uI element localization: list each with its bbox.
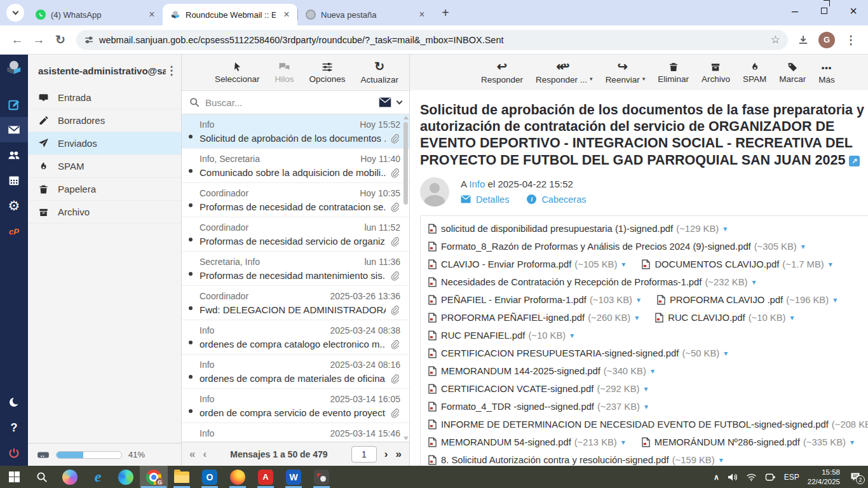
window-close-button[interactable] — [839, 0, 868, 22]
tab-roundcube[interactable]: Roundcube Webmail :: Enviados — [163, 4, 297, 25]
settings-gear-icon[interactable]: ⚙ — [0, 193, 28, 219]
attachment-menu-caret-icon[interactable] — [621, 438, 625, 447]
folder-item[interactable]: Entrada — [28, 86, 181, 109]
scroll-down-arrow[interactable] — [403, 437, 409, 440]
message-row[interactable]: Coordinador lun 11:52 Proformas de neces… — [182, 217, 409, 252]
headers-link[interactable]: Cabeceras — [541, 194, 586, 205]
search-scope-envelope-icon[interactable] — [379, 97, 391, 107]
address-bar[interactable] — [76, 30, 788, 50]
attachment-item[interactable]: CERTIFICACION VCATE-signed.pdf (~292 KB) — [428, 380, 648, 398]
tab-new[interactable]: Nueva pestaña — [298, 4, 433, 25]
tray-overflow-chevron-icon[interactable] — [714, 473, 719, 482]
mail-toolbar-button[interactable]: Responder ... — [536, 61, 593, 85]
attachment-menu-caret-icon[interactable] — [833, 295, 837, 304]
firefox-button[interactable] — [224, 466, 252, 488]
restore-button[interactable] — [810, 0, 839, 22]
wifi-icon[interactable] — [746, 473, 757, 482]
cpanel-icon[interactable]: cP — [0, 219, 28, 244]
attachment-item[interactable]: PROFORMA PEÑAFIEL-igned.pdf (~260 KB) — [428, 309, 639, 327]
message-row[interactable]: Coordinador Hoy 10:35 Proformas de neces… — [182, 183, 409, 217]
attachment-item[interactable]: PEÑAFIEL - Enviar Proforma-1.pdf (~103 K… — [428, 291, 641, 309]
forward-button[interactable] — [28, 29, 50, 51]
mail-toolbar-button[interactable]: Marcar — [779, 62, 806, 84]
scroll-up-arrow[interactable] — [403, 116, 409, 119]
volume-icon[interactable] — [728, 473, 738, 482]
attachment-item[interactable]: Formato_8_Razón de Proformas y Análisis … — [428, 238, 805, 255]
first-page-button[interactable] — [189, 448, 195, 461]
language-indicator[interactable]: ESP — [784, 473, 799, 482]
attachment-item[interactable]: Formato_4_TDR -signed--signed.pdf (~237 … — [428, 398, 648, 416]
chrome-button[interactable]: G — [140, 466, 168, 488]
attachment-menu-caret-icon[interactable] — [644, 402, 648, 411]
list-scrollbar[interactable] — [403, 116, 409, 440]
close-icon[interactable] — [416, 9, 428, 20]
mail-toolbar-button[interactable]: Reenviar — [606, 61, 646, 85]
attachment-menu-caret-icon[interactable] — [850, 438, 854, 447]
attachment-item[interactable]: 8. Solicitud Autorización contra y resol… — [428, 451, 723, 466]
attachment-menu-caret-icon[interactable] — [621, 260, 625, 269]
list-toolbar-button[interactable]: Seleccionar — [215, 62, 260, 84]
folder-item[interactable]: Enviados — [28, 132, 181, 155]
message-row[interactable]: Info 2025-03-14 16:05 orden de compra se… — [182, 389, 409, 423]
attachment-menu-caret-icon[interactable] — [635, 313, 639, 322]
close-icon[interactable] — [146, 9, 158, 20]
word-button[interactable]: W — [280, 466, 308, 488]
browser-menu-icon[interactable] — [840, 29, 862, 51]
copilot-button[interactable] — [56, 466, 84, 488]
acrobat-button[interactable]: A — [252, 466, 280, 488]
contacts-icon[interactable] — [0, 142, 28, 168]
message-row[interactable]: Coordinador 2025-03-26 13:36 Fwd: DELEGA… — [182, 286, 409, 320]
attachment-item[interactable]: Necesidades de Contratación y Recepción … — [428, 273, 756, 291]
next-page-button[interactable] — [384, 448, 388, 461]
compose-icon[interactable] — [0, 92, 28, 117]
close-icon[interactable] — [281, 9, 292, 20]
attachment-item[interactable]: RUC PENAFIEL.pdf (~10 KB) — [428, 327, 574, 344]
search-options-chevron-icon[interactable] — [397, 98, 403, 105]
details-link[interactable]: Detalles — [476, 194, 509, 205]
folder-item[interactable]: Papelera — [28, 178, 181, 201]
list-toolbar-button[interactable]: Actualizar — [361, 61, 398, 85]
mail-toolbar-button[interactable]: Más — [818, 61, 835, 85]
account-row[interactable]: asistente-administrativo@sa... — [28, 55, 181, 86]
logout-power-icon[interactable] — [0, 440, 28, 466]
new-tab-button[interactable] — [437, 4, 454, 22]
reload-button[interactable] — [50, 29, 71, 51]
tab-whatsapp[interactable]: (4) WhatsApp — [28, 4, 163, 25]
attachment-item[interactable]: INFORME DE DETERMINACION DE NECESIDAD EV… — [428, 416, 868, 433]
attachment-menu-caret-icon[interactable] — [644, 384, 648, 393]
last-page-button[interactable] — [396, 448, 402, 461]
attachment-menu-caret-icon[interactable] — [724, 349, 728, 358]
back-button[interactable] — [6, 29, 28, 51]
message-row[interactable]: Info Hoy 15:52 Solicitud de aprobación d… — [182, 114, 409, 149]
meet-now-icon[interactable] — [765, 473, 776, 482]
edge-button[interactable] — [112, 466, 140, 488]
url-input[interactable] — [99, 35, 766, 45]
help-icon[interactable]: ? — [0, 415, 28, 440]
list-toolbar-button[interactable]: Opciones — [309, 62, 346, 84]
dark-mode-moon-icon[interactable] — [0, 390, 28, 415]
attachment-menu-caret-icon[interactable] — [637, 295, 641, 304]
internet-explorer-button[interactable]: e — [84, 466, 112, 488]
open-in-new-window-icon[interactable] — [849, 156, 860, 166]
site-settings-icon[interactable] — [84, 35, 94, 45]
mail-toolbar-button[interactable]: Responder — [481, 61, 523, 85]
folder-item[interactable]: Borradores — [28, 109, 181, 132]
attachment-item[interactable]: RUC CLAVIJO.pdf (~10 KB) — [655, 309, 794, 327]
dropdown-caret-icon[interactable] — [590, 76, 593, 85]
attachment-item[interactable]: MEMORÁNDUM Nº286-signed.pdf (~335 KB) — [642, 433, 854, 451]
attachment-menu-caret-icon[interactable] — [801, 242, 805, 251]
file-explorer-button[interactable] — [168, 466, 196, 488]
attachment-menu-caret-icon[interactable] — [829, 260, 832, 269]
page-number-input[interactable] — [351, 446, 377, 463]
mail-toolbar-button[interactable]: SPAM — [743, 62, 766, 84]
attachment-menu-caret-icon[interactable] — [719, 456, 723, 464]
message-row[interactable]: Info 2025-03-24 08:16 ordenes de compra … — [182, 355, 409, 389]
scrollbar-thumb[interactable] — [403, 122, 408, 205]
dropdown-caret-icon[interactable] — [642, 76, 646, 85]
prev-page-button[interactable] — [203, 448, 207, 461]
taskbar-search-button[interactable] — [28, 466, 56, 488]
calendar-icon[interactable] — [0, 168, 28, 193]
message-row[interactable]: Secretaria, Info lun 11:36 Proformas de … — [182, 252, 409, 286]
search-input[interactable] — [205, 97, 373, 108]
message-row[interactable]: Info, Secretaria Hoy 11:40 Comunicado so… — [182, 149, 409, 183]
